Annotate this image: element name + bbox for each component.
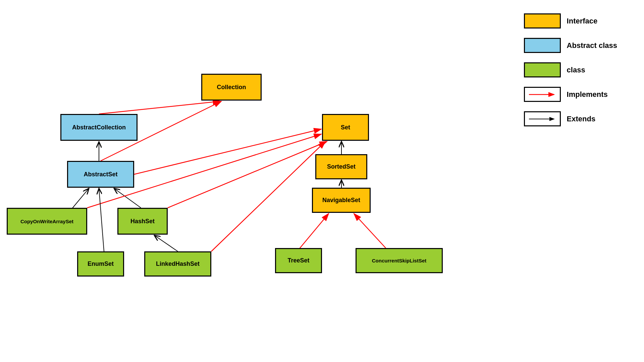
- node-concurrent-skip-list-set: ConcurrentSkipListSet: [356, 248, 443, 273]
- legend-class-label: class: [567, 66, 585, 74]
- svg-line-6: [114, 188, 141, 208]
- svg-line-15: [299, 214, 329, 250]
- legend-abstract: Abstract class: [524, 38, 617, 53]
- legend-implements-arrow-svg: [527, 91, 557, 98]
- node-tree-set: TreeSet: [275, 248, 322, 273]
- svg-line-7: [168, 141, 327, 208]
- node-set: Set: [322, 114, 369, 141]
- node-abstract-collection: AbstractCollection: [60, 114, 138, 141]
- legend-class: class: [524, 62, 617, 77]
- legend-extends: Extends: [524, 111, 617, 126]
- legend-implements-box: [524, 87, 561, 102]
- node-collection: Collection: [201, 74, 262, 101]
- svg-line-2: [99, 101, 220, 114]
- svg-line-10: [99, 188, 104, 251]
- legend-extends-box: [524, 111, 561, 126]
- legend-extends-arrow-svg: [527, 116, 557, 122]
- legend-class-box: [524, 62, 561, 77]
- legend-abstract-label: Abstract class: [567, 41, 617, 50]
- legend: Interface Abstract class class: [524, 13, 617, 136]
- svg-line-11: [154, 235, 178, 251]
- svg-line-16: [354, 214, 386, 248]
- node-copy-on-write-array-set: CopyOnWriteArraySet: [7, 208, 87, 235]
- legend-abstract-box: [524, 38, 561, 53]
- legend-interface-box: [524, 13, 561, 28]
- svg-line-12: [211, 141, 325, 251]
- node-enum-set: EnumSet: [77, 251, 124, 277]
- legend-interface: Interface: [524, 13, 617, 28]
- legend-interface-label: Interface: [567, 17, 598, 25]
- node-sorted-set: SortedSet: [315, 154, 367, 179]
- legend-implements-label: Implements: [567, 90, 608, 99]
- diagram-container: Collection AbstractCollection AbstractSe…: [0, 0, 644, 362]
- node-abstract-set: AbstractSet: [67, 161, 134, 188]
- node-navigable-set: NavigableSet: [312, 188, 371, 213]
- legend-extends-label: Extends: [567, 115, 596, 123]
- node-hash-set: HashSet: [117, 208, 168, 235]
- svg-line-4: [134, 129, 321, 174]
- legend-implements: Implements: [524, 87, 617, 102]
- node-linked-hash-set: LinkedHashSet: [144, 251, 211, 277]
